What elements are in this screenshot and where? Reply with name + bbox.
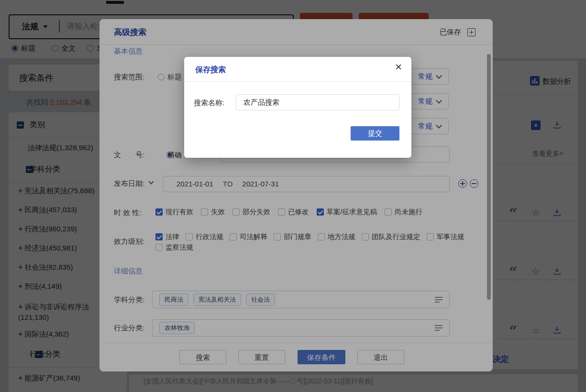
dialog-title: 保存搜索	[195, 65, 226, 75]
search-name-input[interactable]: 农产品搜索	[236, 94, 399, 110]
submit-button[interactable]: 提交	[351, 126, 399, 141]
screen: 法规 请输入检索 标题 全文 发 搜索条件 共找到 2,103,254 条 类别…	[0, 0, 586, 392]
save-search-dialog: 保存搜索 × 搜索名称: 农产品搜索 提交	[184, 57, 411, 158]
search-name-label: 搜索名称:	[194, 98, 224, 108]
divider	[184, 81, 411, 82]
close-icon[interactable]: ×	[395, 61, 402, 73]
